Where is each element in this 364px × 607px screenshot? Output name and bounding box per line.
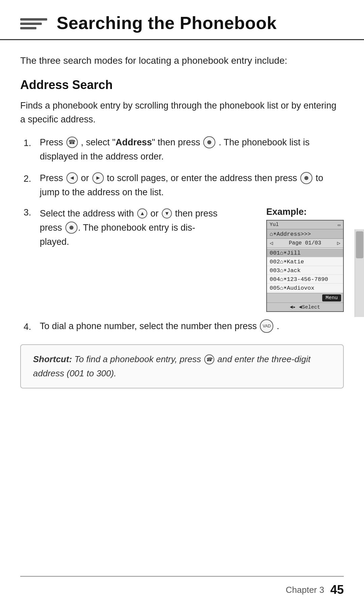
page-header: Searching the Phonebook [0, 0, 364, 40]
shortcut-label: Shortcut: [33, 354, 72, 364]
step-1-text-before: Press [40, 137, 63, 147]
page-footer: Chapter 3 45 [20, 576, 344, 597]
entry-row-5: 005⌂☀Audiovox [267, 284, 343, 292]
main-content: The three search modes for locating a ph… [0, 44, 364, 399]
scrollbar[interactable] [355, 229, 364, 317]
header-icon [20, 18, 47, 29]
select-button-icon-3 [65, 222, 78, 234]
scrollbar-thumb[interactable] [356, 231, 363, 258]
address-bold: Address [116, 137, 152, 147]
shortcut-box: Shortcut: To find a phonebook entry, pre… [20, 344, 344, 388]
step-2-content: Press ◂ or ▸ to scroll pages, or enter t… [40, 171, 344, 200]
step-2-text-before: Press [40, 173, 63, 183]
step-3-or: or [150, 208, 158, 219]
page-text: Page 01/03 [289, 240, 321, 246]
signal-icon: Yul [270, 222, 279, 228]
section-title: Address Search [20, 78, 344, 92]
section-description: Finds a phonebook entry by scrolling thr… [20, 99, 344, 126]
steps-list: 1. Press ☎ , select "Address" then press… [24, 136, 344, 334]
vad-button-icon: VAD [260, 319, 273, 333]
step-3-text-after: . The phonebook entry is dis-played. [40, 223, 195, 247]
phone-button-icon: ☎ [66, 137, 78, 148]
footer-chapter: Chapter 3 [286, 585, 324, 595]
intro-text: The three search modes for locating a ph… [20, 54, 344, 68]
step-3-then: then press [175, 208, 217, 219]
select-bar: ◄▸ ◄Select [267, 302, 343, 311]
entry-row-3: 003⌂☀Jack [267, 266, 343, 275]
step-2-text-mid: to scroll pages, or enter the address th… [107, 173, 297, 183]
screen-top-bar: Yul ▭ [267, 221, 343, 229]
step-2-num: 2. [24, 171, 40, 186]
step-2-or: or [81, 173, 89, 183]
address-bar: ⌂☀Address>>> [267, 229, 343, 239]
step-1: 1. Press ☎ , select "Address" then press… [24, 136, 344, 164]
select-button-icon-2 [300, 172, 312, 184]
shortcut-phone-icon: ☎ [204, 354, 214, 365]
step-3-text-before: Select the address with [40, 208, 134, 219]
select-button-icon [203, 136, 215, 148]
step-1-content: Press ☎ , select "Address" then press . … [40, 136, 344, 164]
step-4: 4. To dial a phone number, select the nu… [24, 319, 344, 334]
entry-row-1: 001⌂☀Jill [267, 249, 343, 257]
entry-row-4: 004⌂☀123-456-7890 [267, 275, 343, 284]
down-button-icon: ▾ [162, 208, 172, 219]
page-left-arrow: ◁ [270, 240, 273, 247]
example-label: Example: [266, 207, 344, 217]
step-3-num: 3. [24, 207, 40, 218]
step-4-content: To dial a phone number, select the numbe… [40, 319, 344, 334]
step-2: 2. Press ◂ or ▸ to scroll pages, or ente… [24, 171, 344, 200]
step-3-row: 3. Select the address with ▴ or ▾ then p… [24, 207, 344, 312]
battery-icon: ▭ [338, 222, 340, 228]
step-4-text-before: To dial a phone number, select the numbe… [40, 321, 257, 331]
page-title: Searching the Phonebook [57, 13, 277, 33]
entry-row-2: 002⌂☀Katie [267, 257, 343, 266]
left-button-icon: ◂ [66, 172, 78, 184]
page-right-arrow: ▷ [337, 240, 340, 247]
step-1-num: 1. [24, 136, 40, 150]
address-bar-text: ⌂☀Address>>> [270, 231, 311, 237]
up-button-icon: ▴ [137, 208, 147, 219]
page-bar: ◁ Page 01/03 ▷ [267, 239, 343, 248]
step-3-content: Select the address with ▴ or ▾ then pres… [40, 207, 256, 249]
step-4-num: 4. [24, 319, 40, 334]
example-box: Example: Yul ▭ ⌂☀Address>>> ◁ Page 01/03… [266, 207, 344, 312]
phone-screen: Yul ▭ ⌂☀Address>>> ◁ Page 01/03 ▷ 001⌂☀J… [266, 220, 344, 312]
step-1-text-after: . The phonebook list is displayed in the… [40, 137, 310, 162]
bottom-bar: Menu [267, 293, 343, 302]
entry-list: 001⌂☀Jill 002⌂☀Katie 003⌂☀Jack 004⌂☀123-… [267, 248, 343, 293]
step-4-text-after: . [277, 321, 279, 331]
footer-page-number: 45 [330, 583, 344, 597]
menu-button: Menu [322, 294, 341, 301]
right-button-icon: ▸ [92, 172, 104, 184]
shortcut-text: To find a phonebook entry, press [74, 354, 201, 364]
